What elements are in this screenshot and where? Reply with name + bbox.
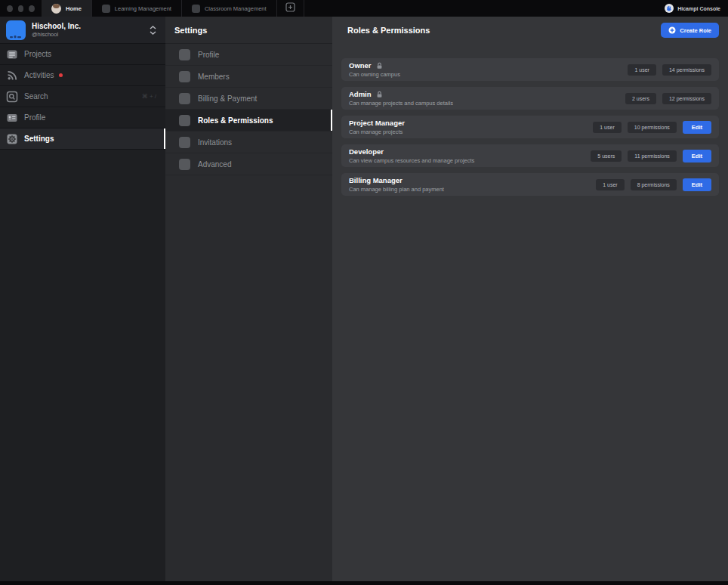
- main-content: Roles & Permissions Create Role Owner: [332, 17, 728, 581]
- tab-classroom-management[interactable]: Classroom Management: [182, 0, 277, 17]
- tab-home[interactable]: Home: [42, 0, 92, 17]
- role-card-admin: Admin Can manage projects and campus det…: [341, 87, 719, 110]
- titlebar-spacer: [304, 0, 665, 17]
- edit-role-button[interactable]: Edit: [683, 150, 711, 162]
- lock-icon: [376, 91, 383, 98]
- sidebar-item-label: Settings: [24, 135, 54, 143]
- settings-item-members[interactable]: Members: [165, 66, 332, 88]
- placeholder-icon: [179, 71, 190, 82]
- placeholder-icon: [179, 93, 190, 104]
- app-placeholder-icon: [192, 5, 200, 13]
- sidebar-item-label: Projects: [24, 50, 51, 58]
- app-window: Home Learning Management Classroom Manag…: [0, 0, 728, 585]
- search-icon: [6, 91, 18, 103]
- edit-role-button[interactable]: Edit: [683, 121, 711, 134]
- sidebar-item-profile[interactable]: Profile: [0, 107, 165, 128]
- permissions-badge: 12 permissions: [662, 93, 711, 104]
- console-menu[interactable]: Hicampi Console: [665, 0, 728, 17]
- placeholder-icon: [179, 49, 190, 60]
- console-label: Hicampi Console: [677, 6, 720, 11]
- settings-item-roles-permissions[interactable]: Roles & Permissions: [165, 110, 332, 132]
- roles-list: Owner Can owning campus 1 user 14 permis…: [332, 44, 728, 202]
- permissions-badge: 11 permissions: [628, 150, 677, 162]
- role-name: Developer: [349, 147, 384, 156]
- tab-label: Classroom Management: [205, 5, 267, 12]
- window-minimize-button[interactable]: [18, 5, 24, 12]
- tab-learning-management[interactable]: Learning Management: [92, 0, 182, 17]
- page-title: Roles & Permissions: [341, 26, 430, 35]
- settings-item-advanced[interactable]: Advanced: [165, 153, 332, 175]
- search-shortcut-hint: ⌘ + /: [142, 93, 159, 100]
- placeholder-icon: [179, 115, 190, 126]
- users-badge: 1 user: [593, 122, 621, 133]
- create-role-label: Create Role: [680, 27, 711, 34]
- role-name: Admin: [349, 90, 372, 98]
- sidebar-item-activities[interactable]: Activities: [0, 65, 165, 86]
- chevron-up-down-icon: [150, 26, 159, 35]
- main-header: Roles & Permissions Create Role: [332, 17, 728, 44]
- role-description: Can manage projects: [349, 128, 405, 135]
- sidebar-item-settings[interactable]: Settings: [0, 128, 165, 150]
- workspace-name: Hischool, Inc.: [32, 22, 81, 32]
- role-description: Can view campus resources and manage pro…: [349, 157, 474, 164]
- role-card-developer: Developer Can view campus resources and …: [341, 144, 719, 167]
- app-body: Hischool, Inc. @hischool Projects: [0, 17, 728, 581]
- users-badge: 1 user: [596, 179, 624, 190]
- sidebar-nav: Projects Activities Search ⌘ + /: [0, 44, 165, 150]
- users-badge: 1 user: [628, 64, 656, 76]
- sidebar-item-label: Activities: [24, 71, 54, 79]
- settings-item-label: Billing & Payment: [198, 94, 257, 103]
- profile-card-icon: [6, 112, 18, 124]
- app-placeholder-icon: [102, 5, 110, 13]
- settings-title: Settings: [165, 17, 332, 44]
- permissions-badge: 10 permissions: [628, 122, 677, 133]
- window-zoom-button[interactable]: [29, 5, 35, 12]
- settings-gear-icon: [6, 133, 18, 145]
- permissions-badge: 8 permissions: [631, 179, 677, 190]
- role-description: Can manage billing plan and payment: [349, 186, 444, 193]
- titlebar: Home Learning Management Classroom Manag…: [0, 0, 728, 17]
- new-window-icon: [285, 2, 295, 15]
- sidebar-item-search[interactable]: Search ⌘ + /: [0, 86, 165, 107]
- role-name: Billing Manager: [349, 176, 403, 184]
- hand-icon: [665, 4, 674, 13]
- settings-nav: Profile Members Billing & Payment Roles …: [165, 44, 332, 175]
- sidebar-item-projects[interactable]: Projects: [0, 44, 165, 65]
- role-card-owner: Owner Can owning campus 1 user 14 permis…: [341, 58, 719, 81]
- edit-role-button[interactable]: Edit: [683, 178, 711, 191]
- settings-item-invitations[interactable]: Invitations: [165, 132, 332, 153]
- workspace-switcher[interactable]: Hischool, Inc. @hischool: [0, 17, 165, 44]
- create-role-button[interactable]: Create Role: [661, 23, 719, 38]
- role-description: Can manage projects and campus details: [349, 100, 453, 107]
- users-badge: 5 users: [591, 150, 622, 162]
- settings-item-label: Roles & Permissions: [198, 116, 273, 125]
- new-tab-button[interactable]: [277, 0, 304, 17]
- tab-label: Learning Management: [115, 5, 171, 12]
- users-badge: 2 users: [625, 93, 656, 104]
- role-name: Owner: [349, 61, 372, 70]
- role-card-billing-manager: Billing Manager Can manage billing plan …: [341, 173, 719, 196]
- settings-sidebar: Settings Profile Members Billing & Payme…: [165, 17, 332, 581]
- workspace-avatar: [6, 20, 26, 40]
- settings-item-label: Invitations: [198, 138, 232, 147]
- permissions-badge: 14 permissions: [662, 64, 711, 76]
- settings-item-billing-payment[interactable]: Billing & Payment: [165, 88, 332, 110]
- window-controls: [0, 0, 42, 17]
- workspace-sidebar: Hischool, Inc. @hischool Projects: [0, 17, 165, 581]
- projects-icon: [6, 48, 18, 60]
- settings-item-label: Advanced: [198, 160, 231, 169]
- workspace-handle: @hischool: [32, 31, 81, 38]
- settings-item-profile[interactable]: Profile: [165, 44, 332, 66]
- window-bottom-edge: [0, 581, 728, 585]
- sidebar-item-label: Search: [24, 92, 48, 101]
- window-close-button[interactable]: [7, 5, 13, 12]
- user-avatar-icon: [51, 4, 61, 14]
- settings-item-label: Profile: [198, 51, 219, 59]
- sidebar-item-label: Profile: [24, 113, 45, 122]
- role-name: Project Manager: [349, 119, 405, 127]
- activities-icon: [6, 70, 18, 82]
- lock-icon: [376, 62, 383, 70]
- tab-label: Home: [66, 5, 82, 12]
- placeholder-icon: [179, 159, 190, 170]
- placeholder-icon: [179, 137, 190, 148]
